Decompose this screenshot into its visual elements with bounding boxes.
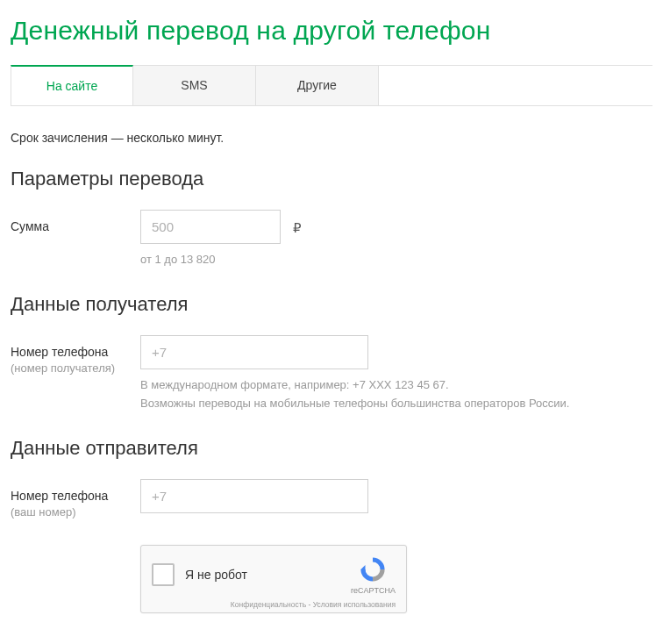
recaptcha-widget: Я не робот reCAPTCHA Конфиденциальность … bbox=[140, 545, 407, 613]
recaptcha-checkbox[interactable] bbox=[152, 563, 175, 586]
recaptcha-privacy-link[interactable]: Конфиденциальность bbox=[231, 600, 306, 609]
currency-symbol: ₽ bbox=[293, 220, 302, 236]
amount-hint: от 1 до 13 820 bbox=[140, 251, 652, 268]
section-transfer-params: Параметры перевода Сумма ₽ от 1 до 13 82… bbox=[11, 168, 652, 268]
recipient-phone-label: Номер телефона (номер получателя) bbox=[11, 335, 140, 376]
recaptcha-icon bbox=[358, 555, 388, 584]
heading-recipient: Данные получателя bbox=[11, 293, 652, 316]
tabs: На сайте SMS Другие bbox=[11, 65, 652, 106]
recipient-phone-sublabel: (номер получателя) bbox=[11, 361, 115, 375]
heading-sender: Данные отправителя bbox=[11, 437, 652, 460]
recaptcha-terms-link[interactable]: Условия использования bbox=[313, 600, 396, 609]
recipient-phone-hint2: Возможны переводы на мобильные телефоны … bbox=[140, 395, 652, 412]
tab-onsite[interactable]: На сайте bbox=[11, 65, 133, 105]
amount-label: Сумма bbox=[11, 210, 140, 234]
amount-input[interactable] bbox=[140, 210, 281, 244]
page-title: Денежный перевод на другой телефон bbox=[11, 16, 652, 46]
recaptcha-label: Я не робот bbox=[185, 568, 247, 582]
heading-transfer-params: Параметры перевода bbox=[11, 168, 652, 190]
sender-phone-sublabel: (ваш номер) bbox=[11, 505, 76, 519]
sender-phone-label-text: Номер телефона bbox=[11, 489, 108, 503]
recaptcha-footer: Конфиденциальность - Условия использован… bbox=[152, 600, 396, 609]
credit-time-text: Срок зачисления — несколько минут. bbox=[11, 131, 652, 145]
section-sender: Данные отправителя Номер телефона (ваш н… bbox=[11, 437, 652, 520]
recipient-phone-input[interactable] bbox=[140, 335, 368, 369]
tab-other[interactable]: Другие bbox=[256, 66, 379, 105]
sender-phone-label: Номер телефона (ваш номер) bbox=[11, 479, 140, 520]
section-recipient: Данные получателя Номер телефона (номер … bbox=[11, 293, 652, 412]
tab-sms[interactable]: SMS bbox=[133, 66, 256, 105]
recaptcha-brand: reCAPTCHA bbox=[351, 586, 396, 595]
recipient-phone-hint1: В международном формате, например: +7 XX… bbox=[140, 376, 652, 394]
sender-phone-input[interactable] bbox=[140, 479, 368, 513]
recipient-phone-label-text: Номер телефона bbox=[11, 345, 108, 359]
tabs-spacer bbox=[379, 66, 652, 105]
